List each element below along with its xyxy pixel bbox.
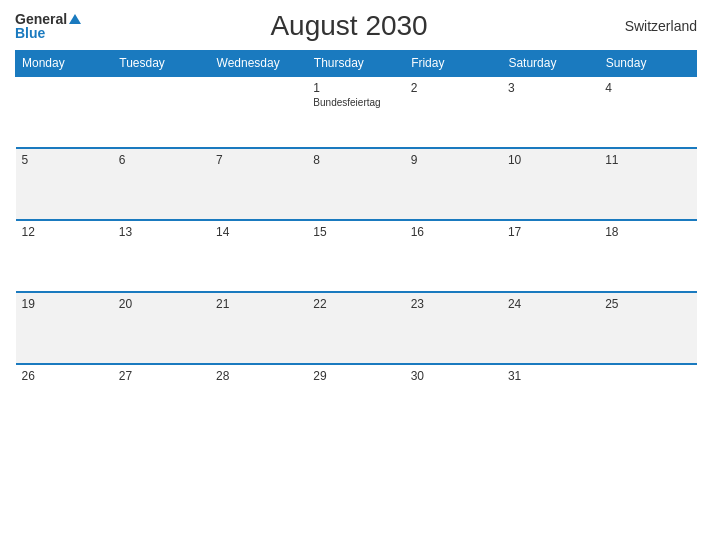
day-number: 29: [313, 369, 398, 383]
table-row: 4: [599, 76, 696, 148]
calendar-header: General Blue August 2030 Switzerland: [15, 10, 697, 42]
day-number: 31: [508, 369, 593, 383]
table-row: 14: [210, 220, 307, 292]
calendar-body: 1Bundesfeiertag2345678910111213141516171…: [16, 76, 697, 436]
day-number: 18: [605, 225, 690, 239]
day-number: 22: [313, 297, 398, 311]
table-row: 5: [16, 148, 113, 220]
table-row: 26: [16, 364, 113, 436]
day-number: 24: [508, 297, 593, 311]
table-row: 8: [307, 148, 404, 220]
logo-blue-text: Blue: [15, 26, 45, 40]
table-row: 2: [405, 76, 502, 148]
table-row: 29: [307, 364, 404, 436]
table-row: [599, 364, 696, 436]
col-sunday: Sunday: [599, 51, 696, 77]
day-number: 2: [411, 81, 496, 95]
table-row: 24: [502, 292, 599, 364]
col-monday: Monday: [16, 51, 113, 77]
table-row: 11: [599, 148, 696, 220]
day-number: 3: [508, 81, 593, 95]
day-number: 14: [216, 225, 301, 239]
day-number: 16: [411, 225, 496, 239]
logo-general-text: General: [15, 12, 67, 26]
day-number: 4: [605, 81, 690, 95]
day-number: 1: [313, 81, 398, 95]
day-number: 13: [119, 225, 204, 239]
day-number: 5: [22, 153, 107, 167]
day-number: 26: [22, 369, 107, 383]
col-friday: Friday: [405, 51, 502, 77]
day-number: 6: [119, 153, 204, 167]
table-row: 20: [113, 292, 210, 364]
table-row: 16: [405, 220, 502, 292]
table-row: 12: [16, 220, 113, 292]
table-row: 15: [307, 220, 404, 292]
day-number: 23: [411, 297, 496, 311]
country-label: Switzerland: [617, 18, 697, 34]
day-number: 15: [313, 225, 398, 239]
table-row: 1Bundesfeiertag: [307, 76, 404, 148]
table-row: 30: [405, 364, 502, 436]
day-number: 9: [411, 153, 496, 167]
table-row: [16, 76, 113, 148]
day-number: 25: [605, 297, 690, 311]
col-saturday: Saturday: [502, 51, 599, 77]
day-number: 8: [313, 153, 398, 167]
day-number: 30: [411, 369, 496, 383]
table-row: 22: [307, 292, 404, 364]
day-number: 17: [508, 225, 593, 239]
day-number: 12: [22, 225, 107, 239]
table-row: 23: [405, 292, 502, 364]
logo: General Blue: [15, 12, 81, 40]
table-row: [210, 76, 307, 148]
col-wednesday: Wednesday: [210, 51, 307, 77]
table-row: 9: [405, 148, 502, 220]
table-row: 28: [210, 364, 307, 436]
table-row: 19: [16, 292, 113, 364]
table-row: [113, 76, 210, 148]
table-row: 3: [502, 76, 599, 148]
col-thursday: Thursday: [307, 51, 404, 77]
table-row: 13: [113, 220, 210, 292]
calendar-title: August 2030: [81, 10, 617, 42]
calendar-table: Monday Tuesday Wednesday Thursday Friday…: [15, 50, 697, 436]
holiday-label: Bundesfeiertag: [313, 97, 398, 108]
table-row: 18: [599, 220, 696, 292]
day-number: 21: [216, 297, 301, 311]
day-number: 11: [605, 153, 690, 167]
day-number: 10: [508, 153, 593, 167]
day-number: 27: [119, 369, 204, 383]
day-number: 19: [22, 297, 107, 311]
calendar-header-row: Monday Tuesday Wednesday Thursday Friday…: [16, 51, 697, 77]
table-row: 25: [599, 292, 696, 364]
table-row: 17: [502, 220, 599, 292]
day-number: 20: [119, 297, 204, 311]
day-number: 28: [216, 369, 301, 383]
table-row: 6: [113, 148, 210, 220]
table-row: 31: [502, 364, 599, 436]
col-tuesday: Tuesday: [113, 51, 210, 77]
logo-triangle-icon: [69, 14, 81, 24]
table-row: 27: [113, 364, 210, 436]
table-row: 21: [210, 292, 307, 364]
day-number: 7: [216, 153, 301, 167]
table-row: 7: [210, 148, 307, 220]
table-row: 10: [502, 148, 599, 220]
